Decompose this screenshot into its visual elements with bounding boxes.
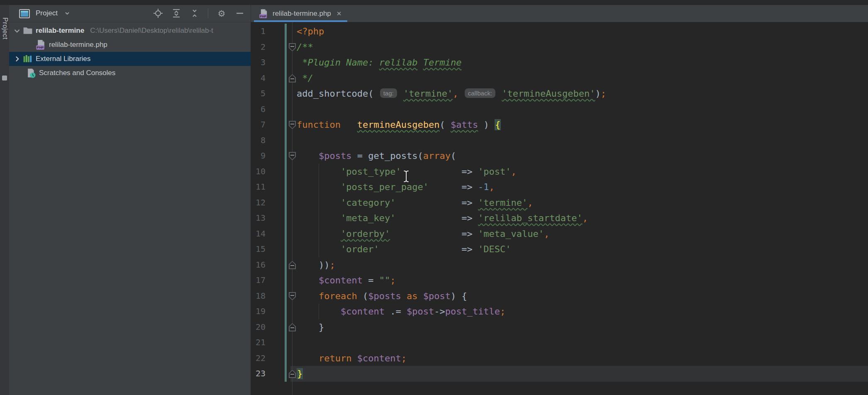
code-line-19[interactable]: 19 $content .= $post->post_title; <box>251 304 868 319</box>
collapse-all-icon[interactable] <box>190 8 200 18</box>
code-line-14[interactable]: 14 'orderby' => 'meta_value', <box>251 226 868 242</box>
code-text: } <box>297 319 324 335</box>
editor-tab-bar: PHP relilab-termine.php ✕ <box>251 5 868 22</box>
text-cursor-pointer <box>402 170 410 183</box>
code-line-22[interactable]: 22 return $content; <box>251 351 868 366</box>
code-line-15[interactable]: 15 'order' => 'DESC' <box>251 241 868 257</box>
svg-text:PHP: PHP <box>37 46 44 49</box>
svg-text:PHP: PHP <box>260 14 266 18</box>
code-text: */ <box>297 71 313 86</box>
code-text: $content .= $post->post_title; <box>297 304 505 319</box>
line-number[interactable]: 17 <box>251 273 266 288</box>
line-number[interactable]: 4 <box>251 71 266 86</box>
tree-row-external-libraries[interactable]: External Libraries <box>9 52 251 66</box>
code-line-18[interactable]: 18 foreach ($posts as $post) { <box>251 288 868 304</box>
ide-window: Project Project ⚙ <box>0 0 868 395</box>
line-number[interactable]: 9 <box>251 148 266 164</box>
settings-icon[interactable]: ⚙ <box>217 8 227 18</box>
code-line-11[interactable]: 11 'posts_per_page' => -1, <box>251 179 868 195</box>
project-panel-title[interactable]: Project <box>36 9 58 17</box>
fold-start-icon[interactable] <box>289 121 296 129</box>
line-number[interactable]: 13 <box>251 210 266 226</box>
chevron-down-icon[interactable] <box>12 26 22 35</box>
panel-toolbar: ⚙ <box>153 8 245 18</box>
code-text: 'posts_per_page' => -1, <box>297 179 495 195</box>
project-stripe-button[interactable]: Project <box>1 17 9 39</box>
tool-window-icon <box>19 9 30 18</box>
line-number[interactable]: 18 <box>251 288 266 304</box>
code-line-4[interactable]: 4 */ <box>251 71 868 86</box>
code-line-6[interactable]: 6 <box>251 102 868 117</box>
code-text: foreach ($posts as $post) { <box>297 288 467 304</box>
fold-end-icon[interactable] <box>289 370 296 378</box>
code-line-1[interactable]: 1<?php <box>251 24 868 39</box>
tree-label: External Libraries <box>36 55 90 63</box>
fold-end-icon[interactable] <box>289 323 296 332</box>
chevron-right-icon[interactable] <box>12 54 22 63</box>
line-number[interactable]: 5 <box>251 86 266 102</box>
editor-area: PHP relilab-termine.php ✕ <box>251 5 868 395</box>
code-line-12[interactable]: 12 'category' => 'termine', <box>251 195 868 211</box>
line-number[interactable]: 10 <box>251 164 266 180</box>
code-text: 'order' => 'DESC' <box>297 241 511 257</box>
tree-row-project-root[interactable]: relilab-termineC:\Users\Daniel\Desktop\r… <box>9 24 251 38</box>
line-number[interactable]: 12 <box>251 195 266 211</box>
line-number[interactable]: 8 <box>251 133 266 149</box>
fold-end-icon[interactable] <box>289 74 296 83</box>
fold-end-icon[interactable] <box>289 261 296 269</box>
line-number[interactable]: 19 <box>251 304 266 319</box>
code-line-2[interactable]: 2/** <box>251 39 868 55</box>
code-text: return $content; <box>297 351 407 366</box>
code-line-3[interactable]: 3 *Plugin Name: relilab Termine <box>251 55 868 71</box>
line-number[interactable]: 6 <box>251 102 266 117</box>
line-number[interactable]: 3 <box>251 55 266 71</box>
tree-row-php-file[interactable]: PHPrelilab-termine.php <box>9 38 251 52</box>
line-number[interactable]: 14 <box>251 226 266 242</box>
line-number[interactable]: 23 <box>251 366 266 382</box>
tab-relilab-termine-php[interactable]: PHP relilab-termine.php ✕ <box>254 5 347 22</box>
code-text: 'orderby' => 'meta_value', <box>297 226 549 242</box>
parameter-hint: tag: <box>380 88 397 98</box>
code-text: 'meta_key' => 'relilab_startdate', <box>297 210 588 226</box>
external-libraries-icon <box>22 54 36 64</box>
editor-body[interactable]: 1<?php2/**3 *Plugin Name: relilab Termin… <box>251 22 868 395</box>
line-number[interactable]: 1 <box>251 24 266 39</box>
expand-all-icon[interactable] <box>171 8 181 18</box>
code-line-9[interactable]: 9 $posts = get_posts(array( <box>251 148 868 164</box>
line-number[interactable]: 11 <box>251 179 266 195</box>
code-line-16[interactable]: 16 )); <box>251 257 868 273</box>
tree-row-scratches-and-consoles[interactable]: Scratches and Consoles <box>9 66 251 80</box>
line-number[interactable]: 21 <box>251 335 266 351</box>
locate-icon[interactable] <box>153 8 163 18</box>
code-line-23[interactable]: 23} <box>251 366 868 382</box>
line-number[interactable]: 7 <box>251 117 266 133</box>
code-text: *Plugin Name: relilab Termine <box>297 55 461 71</box>
window-top-edge <box>0 0 868 5</box>
tree-label: relilab-termine.php <box>49 41 107 49</box>
line-number[interactable]: 16 <box>251 257 266 273</box>
code-line-17[interactable]: 17 $content = ""; <box>251 273 868 288</box>
tree-label: relilab-termine <box>36 27 84 35</box>
code-line-13[interactable]: 13 'meta_key' => 'relilab_startdate', <box>251 210 868 226</box>
fold-start-icon[interactable] <box>289 43 296 51</box>
line-number[interactable]: 22 <box>251 351 266 366</box>
fold-start-icon[interactable] <box>289 152 296 160</box>
line-number[interactable]: 15 <box>251 241 266 257</box>
close-tab-icon[interactable]: ✕ <box>336 10 342 17</box>
line-number[interactable]: 2 <box>251 39 266 55</box>
tree-label: Scratches and Consoles <box>39 69 115 77</box>
parameter-hint: callback: <box>465 88 495 98</box>
line-number[interactable]: 20 <box>251 319 266 335</box>
hide-icon[interactable] <box>235 8 245 18</box>
fold-start-icon[interactable] <box>289 292 296 300</box>
code-line-20[interactable]: 20 } <box>251 319 868 335</box>
code-line-8[interactable]: 8 <box>251 133 868 149</box>
code-text: } <box>297 366 303 382</box>
code-line-10[interactable]: 10 'post_type' => 'post', <box>251 164 868 180</box>
scratches-icon <box>26 68 39 78</box>
code-line-7[interactable]: 7function termineAusgeben( $atts ) { <box>251 117 868 133</box>
code-line-21[interactable]: 21 <box>251 335 868 351</box>
code-line-5[interactable]: 5add_shortcode( tag: 'termine', callback… <box>251 86 868 102</box>
chevron-down-icon[interactable] <box>63 9 71 17</box>
code-text: )); <box>297 257 335 273</box>
